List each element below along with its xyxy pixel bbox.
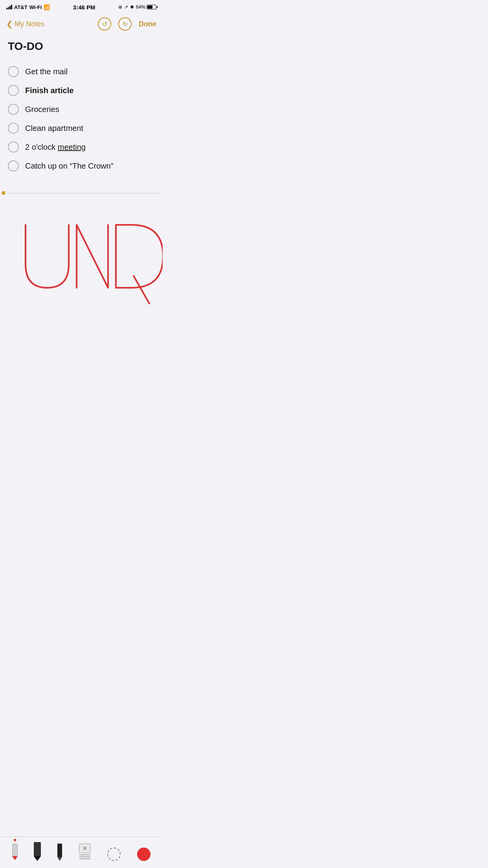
todo-text-1: Get the mail	[25, 67, 68, 76]
todo-item: 2 o'clock meeting	[8, 138, 155, 156]
redo-icon: ↻	[123, 20, 128, 28]
divider-dot	[2, 191, 6, 195]
note-content: TO-DO Get the mail Finish article Grocer…	[0, 34, 163, 182]
drawing-area[interactable]	[0, 201, 163, 366]
location-icon: ⊕	[118, 4, 122, 10]
system-status: ⊕ ↗ ✱ 64%	[118, 4, 156, 10]
divider-rule	[7, 193, 161, 193]
todo-text-2: Finish article	[25, 86, 73, 95]
arrow-icon: ↗	[124, 4, 128, 10]
todo-checkbox-2[interactable]	[8, 85, 19, 96]
todo-item: Finish article	[8, 81, 155, 100]
chevron-left-icon: ❮	[6, 19, 13, 29]
todo-checkbox-3[interactable]	[8, 104, 19, 115]
back-label: My Notes	[15, 20, 44, 28]
carrier-info: AT&T Wi-Fi 📶	[6, 4, 50, 10]
todo-item: Clean apartment	[8, 119, 155, 138]
done-button[interactable]: Done	[139, 20, 156, 28]
battery-fill	[147, 6, 152, 9]
todo-checkbox-1[interactable]	[8, 66, 19, 77]
status-bar: AT&T Wi-Fi 📶 3:46 PM ⊕ ↗ ✱ 64%	[0, 0, 163, 14]
nav-actions: ↺ ↻ Done	[98, 17, 156, 31]
todo-text-6: Catch up on “The Crown”	[25, 162, 114, 171]
nav-bar: ❮ My Notes ↺ ↻ Done	[0, 14, 163, 34]
network-label: Wi-Fi	[29, 4, 42, 10]
battery-container: 64%	[136, 4, 156, 10]
undo-icon: ↺	[102, 20, 107, 28]
note-title: TO-DO	[8, 40, 155, 53]
todo-text-4: Clean apartment	[25, 124, 83, 133]
todo-checkbox-4[interactable]	[8, 123, 19, 134]
todo-item: Get the mail	[8, 62, 155, 81]
back-button[interactable]: ❮ My Notes	[6, 19, 44, 29]
bluetooth-icon: ✱	[130, 4, 134, 10]
todo-item: Catch up on “The Crown”	[8, 156, 155, 175]
undo-button[interactable]: ↺	[98, 17, 111, 31]
battery-icon	[147, 5, 156, 9]
time-display: 3:46 PM	[73, 4, 95, 11]
todo-checkbox-6[interactable]	[8, 160, 19, 171]
drawing-canvas	[0, 201, 163, 366]
section-divider	[0, 191, 163, 195]
wifi-icon: 📶	[44, 4, 50, 10]
todo-list: Get the mail Finish article Groceries Cl…	[8, 62, 155, 175]
carrier-label: AT&T	[14, 4, 28, 10]
battery-percent: 64%	[136, 4, 145, 10]
todo-text-3: Groceries	[25, 105, 59, 114]
todo-checkbox-5[interactable]	[8, 142, 19, 153]
redo-button[interactable]: ↻	[118, 17, 132, 31]
meeting-link[interactable]: meeting	[58, 143, 86, 151]
signal-icon	[6, 5, 12, 9]
todo-text-5: 2 o'clock meeting	[25, 143, 86, 152]
todo-item: Groceries	[8, 100, 155, 119]
